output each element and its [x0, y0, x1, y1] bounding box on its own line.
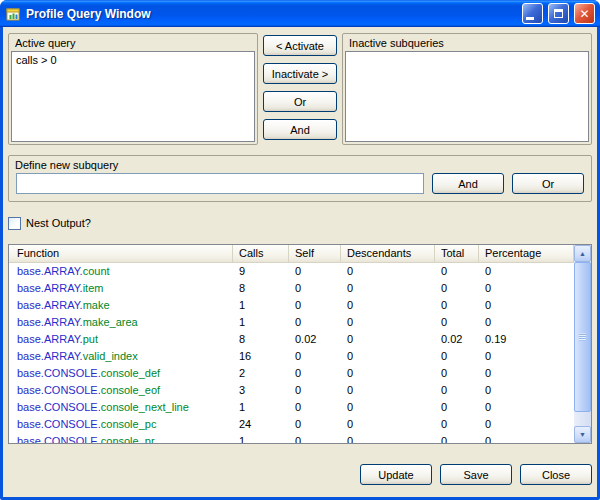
value-cell: 0	[341, 433, 435, 443]
function-class-prefix: base.ARRAY.	[17, 282, 83, 294]
value-cell: 0	[341, 399, 435, 416]
inactive-subqueries-list[interactable]	[345, 51, 589, 142]
close-button[interactable]: ✕	[574, 3, 595, 24]
function-cell: base.CONSOLE.console_pr	[9, 433, 233, 443]
value-cell: 0	[435, 399, 479, 416]
activate-button[interactable]: < Activate	[263, 35, 337, 56]
value-cell: 0	[479, 433, 574, 443]
minimize-icon	[526, 17, 534, 20]
nest-output-row: Nest Output?	[8, 215, 592, 231]
value-cell: 24	[233, 416, 289, 433]
function-feature-name: console_eof	[101, 384, 160, 396]
table-row[interactable]: base.CONSOLE.console_pr10000	[9, 433, 574, 443]
app-icon[interactable]	[6, 6, 22, 22]
value-cell: 1	[233, 314, 289, 331]
column-header-descendants[interactable]: Descendants	[341, 245, 435, 262]
scrollbar-thumb[interactable]	[574, 262, 591, 412]
function-feature-name: item	[83, 282, 104, 294]
function-table-main: FunctionCallsSelfDescendantsTotalPercent…	[9, 245, 574, 443]
table-row[interactable]: base.CONSOLE.console_eof30000	[9, 382, 574, 399]
scroll-down-button[interactable]: ▼	[574, 426, 591, 443]
value-cell: 0	[479, 280, 574, 297]
table-header-row: FunctionCallsSelfDescendantsTotalPercent…	[9, 245, 574, 263]
table-row[interactable]: base.ARRAY.valid_index160000	[9, 348, 574, 365]
function-cell: base.ARRAY.make_area	[9, 314, 233, 331]
save-button[interactable]: Save	[440, 464, 512, 485]
function-feature-name: console_def	[101, 367, 160, 379]
update-button[interactable]: Update	[360, 464, 432, 485]
table-row[interactable]: base.ARRAY.put80.0200.020.19	[9, 331, 574, 348]
and-button[interactable]: And	[263, 119, 337, 140]
define-subquery-frame: Define new subquery And Or	[8, 155, 592, 202]
value-cell: 0	[435, 297, 479, 314]
value-cell: 0	[479, 348, 574, 365]
table-row[interactable]: base.ARRAY.make10000	[9, 297, 574, 314]
column-header-function[interactable]: Function	[9, 245, 233, 262]
table-row[interactable]: base.CONSOLE.console_pc240000	[9, 416, 574, 433]
value-cell: 8	[233, 280, 289, 297]
titlebar[interactable]: Profile Query Window ✕	[0, 0, 600, 27]
function-class-prefix: base.CONSOLE.	[17, 367, 101, 379]
table-row[interactable]: base.ARRAY.make_area10000	[9, 314, 574, 331]
or-button[interactable]: Or	[263, 91, 337, 112]
value-cell: 0	[435, 348, 479, 365]
table-row[interactable]: base.ARRAY.count90000	[9, 263, 574, 280]
function-cell: base.ARRAY.make	[9, 297, 233, 314]
subquery-or-button[interactable]: Or	[512, 173, 584, 194]
active-query-list[interactable]: calls > 0	[11, 51, 255, 142]
value-cell: 0	[289, 314, 341, 331]
function-feature-name: valid_index	[83, 350, 138, 362]
column-header-calls[interactable]: Calls	[233, 245, 289, 262]
maximize-button[interactable]	[548, 3, 569, 24]
value-cell: 0	[289, 416, 341, 433]
value-cell: 0	[341, 263, 435, 280]
nest-output-checkbox[interactable]	[8, 217, 21, 230]
column-header-self[interactable]: Self	[289, 245, 341, 262]
close-dialog-button[interactable]: Close	[520, 464, 592, 485]
value-cell: 8	[233, 331, 289, 348]
maximize-icon	[554, 9, 563, 18]
value-cell: 0	[341, 314, 435, 331]
value-cell: 0	[479, 263, 574, 280]
function-class-prefix: base.ARRAY.	[17, 316, 83, 328]
value-cell: 0	[289, 297, 341, 314]
function-cell: base.CONSOLE.console_pc	[9, 416, 233, 433]
function-feature-name: put	[83, 333, 98, 345]
dialog-buttons-row: Update Save Close	[8, 464, 592, 485]
table-row[interactable]: base.ARRAY.item80000	[9, 280, 574, 297]
value-cell: 2	[233, 365, 289, 382]
function-class-prefix: base.CONSOLE.	[17, 401, 101, 413]
scroll-up-button[interactable]: ▲	[574, 245, 591, 262]
scrollbar-track[interactable]	[574, 262, 591, 426]
table-row[interactable]: base.CONSOLE.console_next_line10000	[9, 399, 574, 416]
value-cell: 0	[479, 382, 574, 399]
value-cell: 0	[435, 263, 479, 280]
query-action-buttons: < Activate Inactivate > Or And	[258, 33, 342, 145]
inactive-subqueries-label: Inactive subqueries	[343, 34, 591, 51]
value-cell: 0	[479, 365, 574, 382]
minimize-button[interactable]	[522, 3, 543, 24]
value-cell: 0	[341, 416, 435, 433]
define-subquery-label: Define new subquery	[9, 156, 591, 173]
value-cell: 0	[341, 280, 435, 297]
function-cell: base.ARRAY.count	[9, 263, 233, 280]
value-cell: 0.19	[479, 331, 574, 348]
active-query-item[interactable]: calls > 0	[12, 52, 254, 68]
value-cell: 0	[435, 365, 479, 382]
query-panels-row: Active query calls > 0 < Activate Inacti…	[8, 33, 592, 145]
table-row[interactable]: base.CONSOLE.console_def20000	[9, 365, 574, 382]
function-class-prefix: base.ARRAY.	[17, 350, 83, 362]
value-cell: 0	[341, 382, 435, 399]
active-query-label: Active query	[9, 34, 257, 51]
table-scrollbar[interactable]: ▲ ▼	[574, 245, 591, 443]
function-cell: base.CONSOLE.console_def	[9, 365, 233, 382]
inactivate-button[interactable]: Inactivate >	[263, 63, 337, 84]
close-icon: ✕	[579, 8, 589, 20]
function-feature-name: make_area	[83, 316, 138, 328]
table-body: base.ARRAY.count90000base.ARRAY.item8000…	[9, 263, 574, 443]
column-header-total[interactable]: Total	[435, 245, 479, 262]
subquery-input[interactable]	[16, 173, 424, 194]
column-header-percentage[interactable]: Percentage	[479, 245, 574, 262]
value-cell: 0	[479, 297, 574, 314]
subquery-and-button[interactable]: And	[432, 173, 504, 194]
